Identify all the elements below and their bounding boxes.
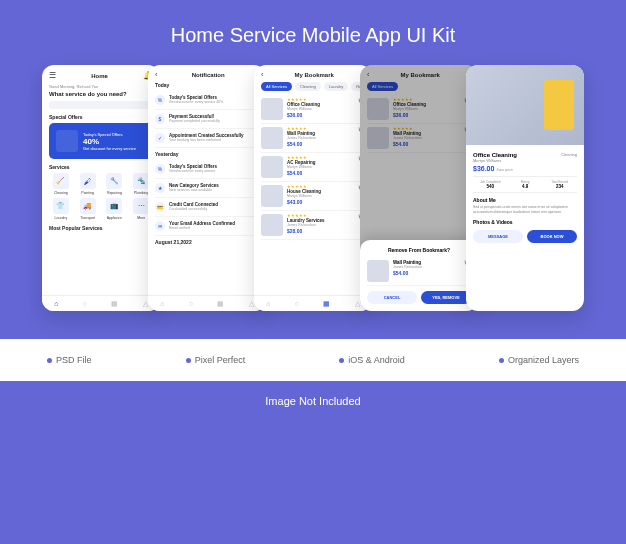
filter-chip[interactable]: Laundry <box>324 82 348 91</box>
service-provider: Martyn Williams <box>287 165 354 169</box>
tab-home-icon[interactable]: ⌂ <box>54 300 58 307</box>
bookmark-item[interactable]: ★★★★★AC RepairingMartyn Williams$54.00🔖 <box>261 153 365 182</box>
service-thumbnail <box>261 98 283 120</box>
section-label-offers: Special Offers <box>49 114 153 120</box>
service-icon: ⋯ <box>133 198 149 214</box>
tab-bookmark-icon[interactable]: ▦ <box>111 300 118 308</box>
notification-item[interactable]: %Today's Special OffersGet discount for … <box>155 160 259 179</box>
notification-item[interactable]: ✓Appointment Created SuccessfullyYour bo… <box>155 129 259 148</box>
book-now-button[interactable]: BOOK NOW <box>527 230 577 243</box>
tab-home-icon[interactable]: ⌂ <box>266 300 270 307</box>
service-label: Cleaning <box>54 191 68 195</box>
notification-icon: % <box>155 95 165 105</box>
service-label: More <box>137 216 145 220</box>
service-label: Transport <box>80 216 95 220</box>
notification-subtitle: Your booking has been confirmed <box>169 138 244 142</box>
service-icon: 🚚 <box>80 198 96 214</box>
cancel-button[interactable]: CANCEL <box>367 291 417 304</box>
section-yesterday: Yesterday <box>155 151 259 157</box>
bottom-tabbar: ⌂ ○ ▦ △ <box>42 295 160 311</box>
notification-icon: ✓ <box>155 133 165 143</box>
back-icon[interactable]: ‹ <box>155 71 157 78</box>
notification-icon: $ <box>155 114 165 124</box>
about-label: About Me <box>473 197 577 203</box>
bookmark-item[interactable]: ★★★★★Wall PaintingJames Richardson$54.00… <box>261 124 365 153</box>
stat-block: Rating4.9 <box>508 180 543 189</box>
tab-bookmark-icon[interactable]: ▦ <box>217 300 224 308</box>
notification-subtitle: Email verified <box>169 226 235 230</box>
special-offer-card[interactable]: Today's Special Offers 40% Get discount … <box>49 123 153 159</box>
feature-label: Pixel Perfect <box>195 355 246 365</box>
notification-subtitle: Get discount for every service <box>169 169 217 173</box>
notification-item[interactable]: ★New Category ServicesNew services now a… <box>155 179 259 198</box>
tab-search-icon[interactable]: ○ <box>189 300 193 307</box>
remove-button[interactable]: YES, REMOVE <box>421 291 471 304</box>
section-date: August 21,2022 <box>155 239 259 245</box>
filter-chip[interactable]: All Services <box>261 82 292 91</box>
bookmark-item[interactable]: ★★★★★House CleaningMartyn Williams$43.00… <box>261 182 365 211</box>
service-label: Painting <box>81 191 94 195</box>
service-provider: James Richardson <box>287 136 354 140</box>
service-tile[interactable]: 🖌Painting <box>76 173 100 195</box>
stats-row: Job Completed540Rating4.9Total Earned234 <box>473 176 577 193</box>
service-tile[interactable]: 🚚Transport <box>76 198 100 220</box>
tab-home-icon[interactable]: ⌂ <box>160 300 164 307</box>
tab-bookmark-icon[interactable]: ▦ <box>323 300 330 308</box>
page-title: Notification <box>192 72 225 78</box>
bottom-tabbar: ⌂ ○ ▦ △ <box>254 295 372 311</box>
bookmark-item[interactable]: ★★★★★Laundry ServicesJames Richardson$28… <box>261 211 365 240</box>
offer-illustration <box>56 130 78 152</box>
menu-icon[interactable]: ☰ <box>49 71 56 80</box>
hero-image <box>466 65 584 145</box>
notification-item[interactable]: $Payment Successful!Payment completed su… <box>155 110 259 129</box>
bookmark-item[interactable]: ★★★★★Office CleaningMartyn Williams$36.0… <box>261 95 365 124</box>
kit-title: Home Service Mobile App UI Kit <box>0 0 626 65</box>
service-tile[interactable]: 🔧Repairing <box>103 173 127 195</box>
stat-block: Total Earned234 <box>542 180 577 189</box>
filter-chip[interactable]: Cleaning <box>295 82 321 91</box>
service-thumbnail <box>261 156 283 178</box>
services-grid: 🧹Cleaning🖌Painting🔧Repairing🔩Plumbing👕La… <box>49 173 153 220</box>
bullet-icon <box>47 358 52 363</box>
stat-value: 4.9 <box>508 184 543 189</box>
back-icon[interactable]: ‹ <box>261 71 263 78</box>
service-icon: 🖌 <box>80 173 96 189</box>
stat-value: 540 <box>473 184 508 189</box>
phone-mockups-row: ☰ Home 🔔 Good Morning, Richard Yan What … <box>0 65 626 311</box>
notification-subtitle: Payment completed successfully <box>169 119 220 123</box>
notification-item[interactable]: %Today's Special OffersGet discount for … <box>155 91 259 110</box>
feature-item: Pixel Perfect <box>186 355 246 365</box>
tab-profile-icon[interactable]: △ <box>355 300 360 308</box>
service-thumbnail <box>261 214 283 236</box>
notification-icon: % <box>155 164 165 174</box>
service-tile[interactable]: 📺Appliance <box>103 198 127 220</box>
phone-home: ☰ Home 🔔 Good Morning, Richard Yan What … <box>42 65 160 311</box>
service-price: $54.00 <box>287 141 354 147</box>
message-button[interactable]: MESSAGE <box>473 230 523 243</box>
price-suffix: /hour price <box>496 168 513 172</box>
tab-search-icon[interactable]: ○ <box>295 300 299 307</box>
section-today: Today <box>155 82 259 88</box>
service-price: $54.00 <box>287 170 354 176</box>
notification-icon: ✉ <box>155 221 165 231</box>
service-provider: Martyn Williams <box>287 107 354 111</box>
notification-item[interactable]: ✉Your Email Address ConfirmedEmail verif… <box>155 217 259 236</box>
service-label: Plumbing <box>134 191 149 195</box>
bullet-icon <box>339 358 344 363</box>
notification-item[interactable]: 💳Credit Card ConnectedCard added success… <box>155 198 259 217</box>
phone-service-detail: Office Cleaning Martyn Williams Cleaning… <box>466 65 584 311</box>
service-tile[interactable]: 🧹Cleaning <box>49 173 73 195</box>
tab-profile-icon[interactable]: △ <box>249 300 254 308</box>
service-label: Repairing <box>107 191 122 195</box>
tab-profile-icon[interactable]: △ <box>143 300 148 308</box>
feature-item: Organized Layers <box>499 355 579 365</box>
tab-search-icon[interactable]: ○ <box>83 300 87 307</box>
search-input[interactable] <box>49 101 153 109</box>
service-tile[interactable]: 👕Laundry <box>49 198 73 220</box>
feature-label: iOS & Android <box>348 355 405 365</box>
offer-line2: Get discount for every service <box>83 146 136 151</box>
service-price: $28.00 <box>287 228 354 234</box>
service-thumbnail <box>367 260 389 282</box>
service-provider: Martyn Williams <box>473 158 517 163</box>
service-icon: 🧹 <box>53 173 69 189</box>
